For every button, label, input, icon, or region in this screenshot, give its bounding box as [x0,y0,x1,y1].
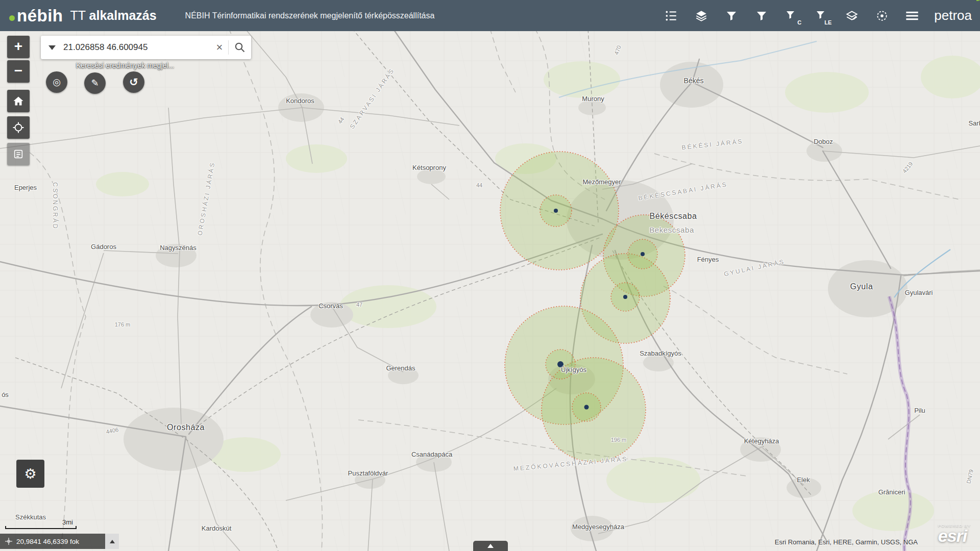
map-point[interactable] [557,361,564,367]
app-root: { "header": { "logo_text": "nébih", "app… [0,0,980,551]
filter-icon [725,10,738,22]
sketch-button[interactable] [7,143,30,165]
chevron-down-icon [48,45,56,54]
logo-leaf-icon [976,0,980,1]
layers-icon [695,9,708,22]
esri-logo-block: POWERED BY esri [938,523,971,544]
filter-button[interactable] [720,3,743,29]
edit-layers-button[interactable] [841,3,863,29]
select-by-circle-button[interactable] [871,3,893,29]
history-icon: ↺ [129,76,138,88]
map-canvas[interactable]: KondorosKétsopronyMezőmegyerMuronyBékésD… [0,31,980,551]
gear-icon: ⚙ [24,466,36,482]
filter-le-badge: LE [824,19,831,26]
edit-layers-icon [845,9,859,22]
target-icon: ◎ [53,77,61,88]
legend-button[interactable] [660,3,682,29]
menu-button[interactable] [901,3,923,29]
coordinate-text: 20,9841 46,6339 fok [16,538,79,545]
legend-list-icon [665,9,678,22]
arrow-up-icon [487,541,494,548]
filter-c-badge: C [797,19,801,26]
minus-icon: − [14,64,22,78]
target-results-button[interactable]: ◎ [46,71,67,93]
select-circle-icon [875,9,889,22]
basemap-graphics [0,31,980,551]
filter-le-button[interactable]: LE [811,3,833,29]
locate-button[interactable] [7,116,30,139]
filter-secondary-button[interactable] [750,3,773,29]
app-title-bold: alkalmazás [89,8,157,22]
clear-search-button[interactable]: × [211,41,228,54]
user-name[interactable]: petroa [934,8,972,23]
zoom-in-button[interactable]: + [7,36,30,58]
map-attribution: Esri Romania, Esri, HERE, Garmin, USGS, … [775,538,918,546]
home-button[interactable] [7,90,30,112]
crosshair-icon [5,538,12,545]
bottom-panel-tab[interactable] [473,541,508,551]
search-source-dropdown[interactable] [41,36,63,59]
app-subtitle: NÉBIH Térinformatikai rendszerének megje… [185,11,435,20]
esri-logo: esri [938,528,971,544]
coordinate-expand-button[interactable] [105,534,119,549]
map-point[interactable] [623,295,627,299]
settings-button[interactable]: ⚙ [16,460,44,488]
layers-button[interactable] [690,3,713,29]
map-point[interactable] [584,405,589,410]
filter-icon [786,10,798,22]
hamburger-menu-icon [905,9,919,23]
logo-dot-icon [9,15,15,21]
coordinate-display[interactable]: 20,9841 46,6339 fok [0,534,105,549]
filter-icon [755,10,768,22]
search-input[interactable] [63,42,211,53]
search-icon [234,41,246,54]
search-box: × [41,36,251,59]
search-button[interactable] [229,36,251,59]
history-button[interactable]: ↺ [123,71,144,93]
filter-c-button[interactable]: C [780,3,803,29]
header-toolbar: C LE petroa [660,3,972,29]
coordinate-widget: 20,9841 46,6339 fok [0,534,119,549]
logo-text: nébih [17,7,63,24]
app-header: nébih TT alkalmazás NÉBIH Térinformatika… [0,0,980,31]
search-results-toggle[interactable]: Keresési eredmények megjel... [76,61,174,69]
app-title-prefix: TT [70,8,86,22]
edit-search-button[interactable]: ✎ [84,72,106,94]
map-point[interactable] [554,209,558,213]
locate-icon [12,121,24,134]
nebih-logo[interactable]: nébih [9,7,63,24]
edit-icon: ✎ [91,78,99,89]
plus-icon: + [14,39,22,54]
map-point[interactable] [641,252,645,256]
app-title: TT alkalmazás [70,8,157,23]
powered-by-label: POWERED BY [938,523,971,528]
sketch-note-icon [13,148,24,160]
zoom-out-button[interactable]: − [7,60,30,83]
home-icon [12,95,24,107]
chevron-up-icon [110,537,115,543]
